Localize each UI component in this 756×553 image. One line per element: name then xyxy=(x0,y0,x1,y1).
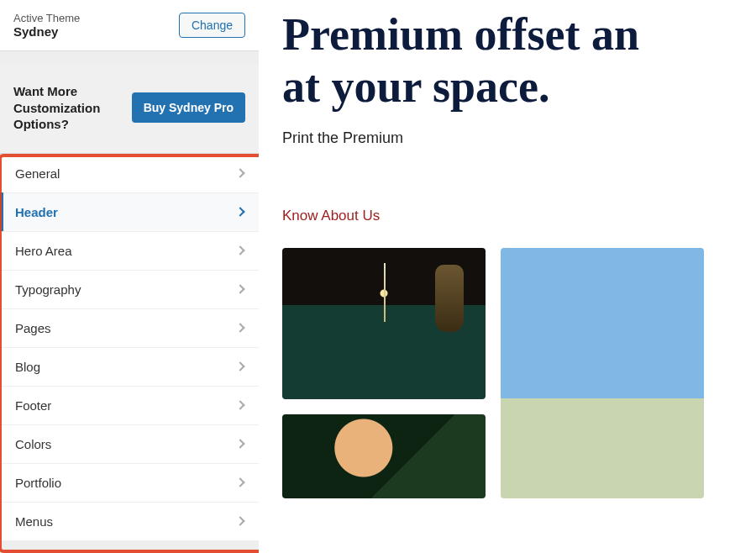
chevron-right-icon xyxy=(235,207,244,216)
hero-title: Premium offset an at your space. xyxy=(282,8,756,126)
customizer-layout: Active Theme Sydney Change Want More Cus… xyxy=(0,0,756,553)
chevron-right-icon xyxy=(235,400,244,409)
hero-link[interactable]: Know About Us xyxy=(282,208,380,224)
menu-item-menus[interactable]: Menus xyxy=(0,503,259,541)
active-theme-name: Sydney xyxy=(13,24,80,39)
chevron-right-icon xyxy=(235,439,244,448)
menu-item-colors[interactable]: Colors xyxy=(0,425,259,464)
upsell-text: Want More Customization Options? xyxy=(13,83,123,133)
buy-pro-button[interactable]: Buy Sydney Pro xyxy=(132,92,245,123)
gallery xyxy=(282,248,756,498)
menu-item-pages[interactable]: Pages xyxy=(0,309,259,348)
menu-item-blog[interactable]: Blog xyxy=(0,348,259,387)
customize-menu-box: GeneralHeaderHero AreaTypographyPagesBlo… xyxy=(0,154,259,554)
chevron-right-icon xyxy=(235,477,244,487)
menu-item-portfolio[interactable]: Portfolio xyxy=(0,464,259,503)
menu-item-label: Footer xyxy=(15,398,51,413)
customizer-sidebar: Active Theme Sydney Change Want More Cus… xyxy=(0,0,259,553)
active-theme-box: Active Theme Sydney Change xyxy=(0,0,259,51)
chevron-right-icon xyxy=(235,323,244,332)
chevron-right-icon xyxy=(235,284,244,293)
gallery-tile-2[interactable] xyxy=(501,248,704,498)
menu-item-general[interactable]: General xyxy=(0,154,259,193)
chevron-right-icon xyxy=(235,361,244,371)
customize-menu: GeneralHeaderHero AreaTypographyPagesBlo… xyxy=(0,154,259,541)
menu-item-label: General xyxy=(15,166,60,181)
menu-item-label: Typography xyxy=(15,282,81,297)
menu-item-label: Header xyxy=(15,205,58,219)
upsell-box: Want More Customization Options? Buy Syd… xyxy=(0,63,259,154)
gallery-tile-3[interactable] xyxy=(282,414,486,498)
menu-item-header[interactable]: Header xyxy=(0,193,259,232)
gallery-tile-1[interactable] xyxy=(282,248,486,399)
chevron-right-icon xyxy=(235,168,244,177)
active-theme-label: Active Theme xyxy=(13,12,80,24)
menu-item-typography[interactable]: Typography xyxy=(0,271,259,309)
menu-item-label: Pages xyxy=(15,321,51,335)
hero-title-line2: at your space. xyxy=(282,61,550,112)
menu-item-label: Colors xyxy=(15,437,51,451)
chevron-right-icon xyxy=(235,245,244,255)
hero-title-line1: Premium offset an xyxy=(282,9,639,60)
menu-item-label: Menus xyxy=(15,514,53,529)
menu-item-hero-area[interactable]: Hero Area xyxy=(0,232,259,271)
chevron-right-icon xyxy=(235,516,244,525)
menu-item-label: Blog xyxy=(15,360,40,374)
active-theme-text: Active Theme Sydney xyxy=(13,12,80,39)
change-theme-button[interactable]: Change xyxy=(179,13,245,38)
site-preview: Premium offset an at your space. Print t… xyxy=(259,0,756,553)
hero-subtitle: Print the Premium xyxy=(282,129,756,147)
menu-item-footer[interactable]: Footer xyxy=(0,387,259,425)
menu-item-label: Portfolio xyxy=(15,476,61,490)
menu-item-label: Hero Area xyxy=(15,244,72,258)
